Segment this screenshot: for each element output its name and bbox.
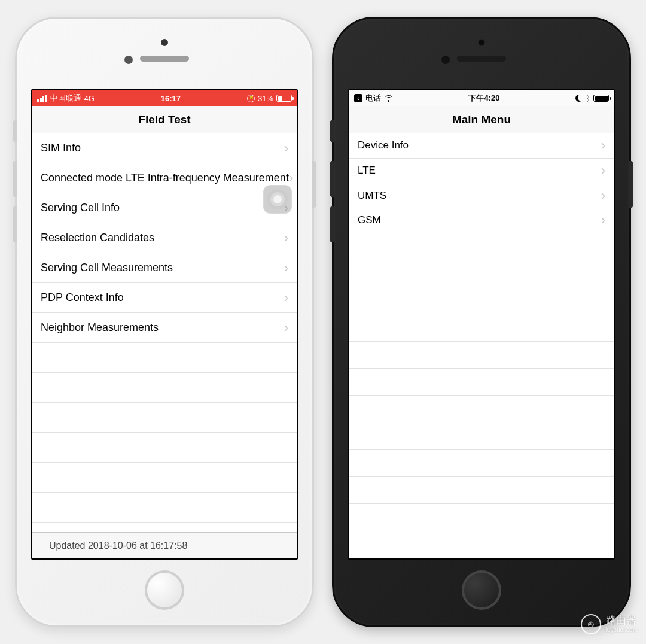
watermark-logo-icon: ⎋ [581,614,601,634]
row-label: Serving Cell Info [41,202,120,214]
chevron-right-icon: › [284,232,288,245]
signal-icon [37,95,47,102]
blank-row [32,463,297,493]
row-label: SIM Info [41,142,81,154]
row-serving-cell-info[interactable]: Serving Cell Info› [32,193,297,223]
row-label: LTE [358,165,376,177]
updated-footer: Updated 2018-10-06 at 16:17:58 [32,532,297,558]
blank-row [349,233,614,260]
chevron-right-icon: › [601,139,605,152]
carrier-label: 中国联通 [50,93,81,104]
earpiece-speaker [140,56,189,62]
sensor-dot [124,56,133,64]
row-label: Serving Cell Measurements [41,262,173,274]
status-bar: ‹ 电话 下午4:20 ᛒ [349,90,614,106]
row-label: Neighbor Measurements [41,321,159,334]
row-label: UMTS [358,190,386,202]
mute-switch [13,120,17,142]
chevron-right-icon: › [289,172,293,185]
nav-title: Field Test [32,106,297,133]
watermark-domain: luyouqi.com [606,627,638,633]
chevron-right-icon: › [284,321,288,335]
row-label: GSM [358,214,381,226]
camera-hole [161,39,168,46]
volume-up-button [330,161,334,197]
blank-row [349,504,614,531]
blank-row [349,423,614,450]
row-serving-cell-measurements[interactable]: Serving Cell Measurements› [32,253,297,283]
screen-left: 中国联通 4G 16:17 31% Field Test SIM Info› C… [31,89,298,560]
sensor-dot [441,56,450,64]
watermark: ⎋ 路由器 luyouqi.com [581,614,638,634]
orientation-lock-icon [247,95,255,102]
chevron-right-icon: › [601,189,605,202]
bluetooth-icon: ᛒ [586,95,590,102]
back-to-app-icon[interactable]: ‹ [354,94,362,102]
row-connected-mode-lte[interactable]: Connected mode LTE Intra-frequency Measu… [32,163,297,193]
blank-row [32,343,297,373]
network-type-label: 4G [84,94,95,103]
blank-row [32,433,297,463]
blank-row [349,531,614,558]
blank-row [349,396,614,423]
field-test-list: SIM Info› Connected mode LTE Intra-frequ… [32,133,297,558]
assistive-touch-button[interactable] [263,185,292,214]
do-not-disturb-icon [575,95,583,102]
row-reselection-candidates[interactable]: Reselection Candidates› [32,223,297,253]
volume-down-button [13,206,17,242]
row-label: PDP Context Info [41,291,124,304]
home-button[interactable] [145,570,184,610]
power-button [312,161,316,208]
chevron-right-icon: › [284,142,288,155]
row-sim-info[interactable]: SIM Info› [32,133,297,163]
screen-right: ‹ 电话 下午4:20 ᛒ Main Menu Device Info› LTE… [348,89,615,560]
home-button[interactable] [462,570,501,610]
phone-white: 中国联通 4G 16:17 31% Field Test SIM Info› C… [15,17,314,627]
row-gsm[interactable]: GSM› [349,208,614,233]
updated-label: Updated 2018-10-06 at 16:17:58 [49,540,187,551]
phone-black: ‹ 电话 下午4:20 ᛒ Main Menu Device Info› LTE… [332,17,631,627]
blank-row [349,287,614,314]
page-title: Field Test [138,113,190,126]
chevron-right-icon: › [284,262,288,275]
status-time: 16:17 [161,94,181,103]
blank-row [349,342,614,369]
blank-row [349,260,614,287]
volume-up-button [13,161,17,197]
row-label: Device Info [358,139,409,151]
chevron-right-icon: › [284,291,288,305]
blank-row [32,403,297,433]
row-lte[interactable]: LTE› [349,159,614,184]
camera-hole [478,39,485,46]
row-neighbor-measurements[interactable]: Neighbor Measurements› [32,313,297,343]
chevron-right-icon: › [601,164,605,177]
row-umts[interactable]: UMTS› [349,183,614,208]
status-time: 下午4:20 [468,93,499,104]
power-button [629,161,633,208]
battery-icon [593,95,609,102]
wifi-icon [384,95,393,102]
blank-row [349,450,614,477]
mute-switch [330,120,334,142]
row-label: Reselection Candidates [41,232,154,244]
volume-down-button [330,206,334,242]
earpiece-speaker [457,56,506,62]
row-label: Connected mode LTE Intra-frequency Measu… [41,172,289,184]
battery-percent: 31% [258,94,273,103]
nav-title: Main Menu [349,106,614,133]
page-title: Main Menu [452,113,511,126]
row-pdp-context-info[interactable]: PDP Context Info› [32,283,297,313]
battery-icon [276,95,292,102]
blank-row [349,314,614,341]
status-bar: 中国联通 4G 16:17 31% [32,90,297,106]
back-to-app-label[interactable]: 电话 [365,93,381,104]
chevron-right-icon: › [601,214,605,227]
row-device-info[interactable]: Device Info› [349,133,614,159]
blank-row [349,369,614,396]
blank-row [32,493,297,523]
blank-row [32,373,297,403]
blank-row [349,477,614,504]
watermark-label: 路由器 [606,615,638,627]
main-menu-list: Device Info› LTE› UMTS› GSM› [349,133,614,558]
